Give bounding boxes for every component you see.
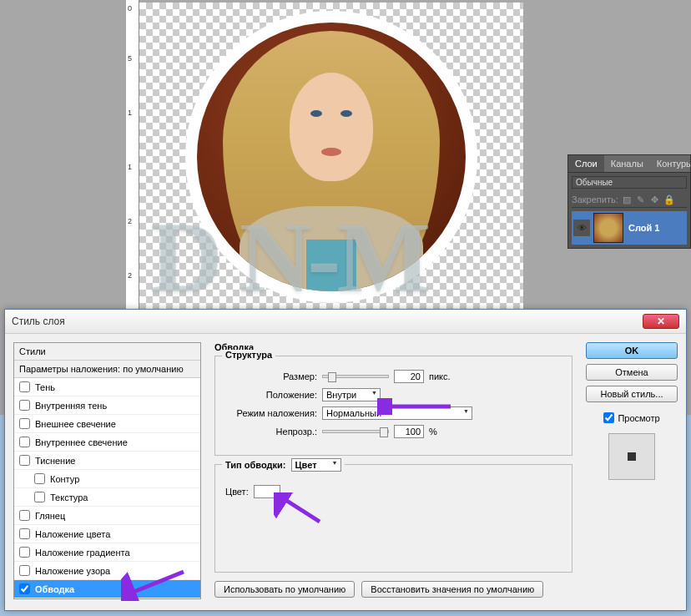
ruler-tick: 2 [128, 271, 132, 280]
style-label: Наложение цвета [35, 529, 110, 539]
styles-column: Стили Параметры наложения: по умолчанию … [13, 342, 201, 603]
position-select[interactable]: Внутри [322, 388, 381, 401]
color-label: Цвет: [225, 487, 249, 497]
style-label: Глянец [35, 511, 65, 521]
settings-column: Обводка Структура Размер: пикс. Положени… [209, 342, 578, 603]
style-row-наложение-цвета[interactable]: Наложение цвета [14, 525, 200, 543]
preview-label: Просмотр [618, 413, 659, 423]
style-label: Текстура [50, 492, 88, 502]
lock-brush-icon[interactable]: ✎ [635, 194, 647, 205]
style-row-наложение-градиента[interactable]: Наложение градиента [14, 543, 200, 562]
annotation-arrow-icon [121, 568, 188, 601]
panel-tabs: Слои Каналы Контуры [568, 155, 690, 173]
style-label: Тень [35, 382, 55, 392]
style-label: Обводка [35, 584, 74, 594]
stroke-type-select[interactable]: Цвет [291, 458, 341, 472]
tab-layers[interactable]: Слои [568, 155, 604, 172]
style-checkbox[interactable] [34, 473, 45, 484]
dialog-title: Стиль слоя [12, 316, 65, 327]
style-checkbox[interactable] [19, 418, 30, 429]
style-label: Внутренняя тень [35, 401, 107, 411]
style-label: Контур [50, 474, 79, 484]
annotation-arrow-icon [274, 492, 324, 526]
opacity-slider[interactable] [322, 430, 389, 433]
person-illustration [223, 31, 440, 303]
ruler-tick: 1 [128, 109, 132, 117]
style-row-внутренняя-тень[interactable]: Внутренняя тень [14, 396, 200, 415]
style-label: Внутреннее свечение [35, 437, 128, 447]
style-checkbox[interactable] [34, 492, 45, 502]
blend-mode-select[interactable]: Обычные [572, 176, 687, 189]
layer-style-dialog: Стиль слоя ✕ Стили Параметры наложения: … [4, 309, 687, 611]
lock-move-icon[interactable]: ✥ [649, 194, 661, 205]
annotation-arrow-icon [377, 398, 452, 415]
style-row-тень[interactable]: Тень [14, 378, 200, 396]
opacity-input[interactable] [394, 425, 424, 438]
structure-label: Структура [222, 350, 275, 360]
ruler-tick: 5 [128, 54, 132, 63]
cancel-button[interactable]: Отмена [586, 364, 678, 381]
style-checkbox[interactable] [19, 437, 30, 447]
style-checkbox[interactable] [19, 547, 30, 558]
style-label: Наложение градиента [35, 548, 130, 558]
style-row-контур[interactable]: Контур [14, 470, 200, 488]
transparency-checker [139, 3, 523, 313]
layers-panel: Слои Каналы Контуры Обычные Закрепить: ▨… [567, 154, 691, 249]
ok-button[interactable]: OK [586, 342, 678, 359]
layer-row[interactable]: 👁 Слой 1 [572, 211, 687, 245]
style-checkbox[interactable] [19, 565, 30, 576]
blend-options-header[interactable]: Параметры наложения: по умолчанию [14, 361, 200, 378]
style-row-глянец[interactable]: Глянец [14, 507, 200, 525]
lock-all-icon[interactable]: 🔒 [663, 194, 675, 205]
style-checkbox[interactable] [19, 528, 30, 539]
opacity-label: Непрозр.: [225, 427, 317, 437]
reset-default-button[interactable]: Восстановить значения по умолчанию [361, 581, 543, 598]
style-checkbox[interactable] [19, 381, 30, 392]
position-label: Положение: [225, 390, 317, 400]
tab-channels[interactable]: Каналы [604, 155, 650, 172]
size-label: Размер: [225, 371, 317, 381]
style-checkbox[interactable] [19, 400, 30, 411]
lock-label: Закрепить: [572, 194, 618, 204]
tab-paths[interactable]: Контуры [650, 155, 691, 172]
new-style-button[interactable]: Новый стиль... [586, 386, 678, 402]
stroke-type-fieldset-label: Тип обводки: Цвет [222, 458, 345, 472]
style-checkbox[interactable] [19, 583, 30, 594]
style-row-внутреннее-свечение[interactable]: Внутреннее свечение [14, 433, 200, 452]
make-default-button[interactable]: Использовать по умолчанию [214, 581, 355, 598]
visibility-eye-icon[interactable]: 👁 [573, 220, 590, 236]
canvas[interactable] [139, 3, 523, 313]
style-label: Тиснение [35, 456, 75, 466]
size-slider[interactable] [322, 375, 389, 378]
style-checkbox[interactable] [19, 510, 30, 521]
styles-header[interactable]: Стили [14, 343, 200, 361]
preview-box [608, 433, 655, 480]
right-column: OK Отмена Новый стиль... Просмотр [586, 342, 678, 603]
preview-swatch [628, 452, 636, 461]
ruler-tick: 0 [128, 4, 132, 13]
svg-line-1 [280, 497, 320, 522]
style-row-тиснение[interactable]: Тиснение [14, 452, 200, 470]
style-row-текстура[interactable]: Текстура [14, 488, 200, 507]
style-row-внешнее-свечение[interactable]: Внешнее свечение [14, 415, 200, 433]
style-label: Наложение узора [35, 566, 110, 576]
style-label: Внешнее свечение [35, 419, 116, 429]
dialog-titlebar[interactable]: Стиль слоя ✕ [5, 310, 686, 334]
preview-checkbox-label[interactable]: Просмотр [603, 412, 659, 423]
circular-image [185, 11, 477, 303]
layer-name[interactable]: Слой 1 [628, 223, 659, 233]
close-button[interactable]: ✕ [643, 314, 679, 329]
layer-thumbnail[interactable] [593, 213, 623, 243]
ruler-tick: 1 [128, 163, 132, 171]
styles-list: Стили Параметры наложения: по умолчанию … [13, 342, 201, 599]
size-unit: пикс. [429, 371, 451, 381]
preview-checkbox[interactable] [603, 412, 614, 423]
size-input[interactable] [394, 370, 424, 383]
ruler-vertical: 0 5 1 1 2 2 [126, 0, 139, 317]
panel-body: Обычные Закрепить: ▨ ✎ ✥ 🔒 👁 Слой 1 [568, 173, 690, 248]
ruler-tick: 2 [128, 217, 132, 225]
svg-line-2 [128, 572, 184, 594]
blend-label: Режим наложения: [225, 408, 317, 418]
style-checkbox[interactable] [19, 455, 30, 466]
lock-transparency-icon[interactable]: ▨ [621, 194, 633, 205]
